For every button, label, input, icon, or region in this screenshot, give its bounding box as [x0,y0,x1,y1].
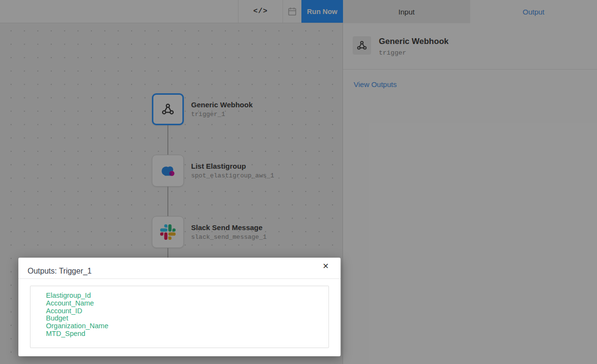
outputs-list: Elastigroup_Id Account_Name Account_ID B… [30,286,329,348]
output-item-elastigroup-id[interactable]: Elastigroup_Id [46,292,328,300]
output-item-account-name[interactable]: Account_Name [46,300,328,307]
modal-header: Outputs: Trigger_1 ✕ [18,258,341,279]
modal-body: Elastigroup_Id Account_Name Account_ID B… [18,279,341,348]
output-item-account-id[interactable]: Account_ID [46,307,328,315]
close-icon[interactable]: ✕ [323,262,329,270]
output-item-mtd-spend[interactable]: MTD_Spend [46,330,328,338]
modal-title: Outputs: Trigger_1 [28,267,92,276]
output-item-budget[interactable]: Budget [46,315,328,322]
output-item-organization-name[interactable]: Organization_Name [46,322,328,330]
outputs-modal: Outputs: Trigger_1 ✕ Elastigroup_Id Acco… [18,258,341,356]
